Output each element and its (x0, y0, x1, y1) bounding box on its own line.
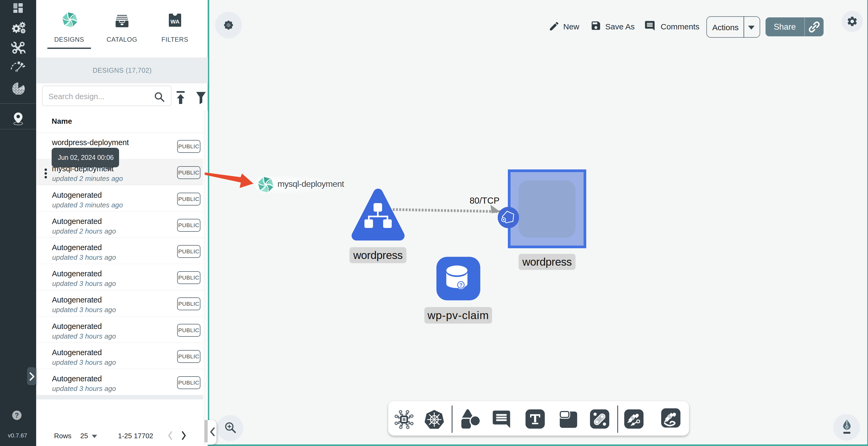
svg-text:?: ? (15, 412, 19, 419)
svg-text:?: ? (459, 282, 462, 288)
svg-text:WA: WA (170, 19, 180, 25)
